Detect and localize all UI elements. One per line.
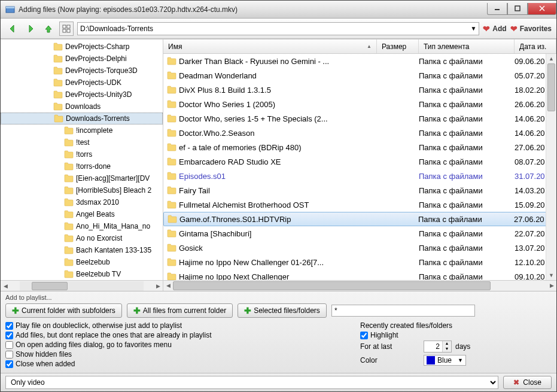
- chk-add-noreplace[interactable]: Add files, but dont replace the ones tha…: [5, 331, 360, 339]
- column-size[interactable]: Размер: [377, 39, 419, 53]
- chk-open-favorites[interactable]: On open adding files dialog, go to favor…: [5, 341, 360, 349]
- chk-play-doubleclick[interactable]: Play file on doubleclick, otherwise just…: [5, 321, 360, 330]
- tree-item[interactable]: !torrs: [1, 148, 163, 160]
- address-bar[interactable]: ▼: [77, 22, 479, 35]
- tree-item[interactable]: DevProjects-Unity3D: [1, 89, 163, 101]
- days-spinbox[interactable]: ▲▼: [424, 341, 452, 353]
- view-mode-button[interactable]: [59, 22, 74, 36]
- file-type: Папка с файлами: [419, 172, 515, 181]
- column-name[interactable]: Имя▲: [163, 39, 377, 53]
- nav-back-button[interactable]: [5, 22, 20, 36]
- add-button[interactable]: ❤ Add: [483, 24, 506, 34]
- app-icon: [5, 5, 15, 14]
- list-row[interactable]: Doctor.Who.2.SeasonПапка с файлами14.06.…: [163, 126, 556, 140]
- tree-item-label: !torrs-done: [76, 162, 111, 171]
- file-type: Папка с файлами: [419, 114, 515, 123]
- tree-item[interactable]: Ao no Exorcist: [1, 232, 163, 244]
- list-row[interactable]: Deadman WonderlandПапка с файлами05.07.2…: [163, 68, 556, 83]
- list-vscrollbar[interactable]: ▲▼: [546, 54, 556, 280]
- chk-close-when-added[interactable]: Close when added: [5, 360, 360, 368]
- days-input[interactable]: [424, 342, 442, 351]
- bottom-panel: Add to playlist... ✚Current folder with …: [1, 291, 556, 373]
- nav-forward-button[interactable]: [23, 22, 38, 36]
- chk-highlight[interactable]: Highlight: [360, 331, 552, 339]
- tree-item-label: Beelzebub: [76, 258, 110, 266]
- footer: Only video ✖Close: [1, 373, 556, 391]
- close-button[interactable]: ✖Close: [503, 376, 552, 389]
- heart-add-icon: ❤: [483, 24, 490, 34]
- list-row[interactable]: Darker Than Black - Ryuusei no Gemini - …: [163, 54, 556, 68]
- tree-item-label: [HorribleSubs] Bleach 2: [76, 186, 151, 195]
- tree-item-label: DevProjects-UDK: [65, 78, 121, 87]
- titlebar: Adding files (Now playing: episodes.s01e…: [1, 1, 556, 19]
- tree-item[interactable]: [Eien-acg][Smarter][DV: [1, 172, 163, 184]
- color-label: Color: [360, 356, 420, 364]
- close-window-button[interactable]: [528, 3, 556, 15]
- favorites-button[interactable]: ❤ Favorites: [510, 24, 552, 34]
- file-type: Папка с файлами: [418, 215, 514, 224]
- tree-item[interactable]: !incomplete: [1, 124, 163, 136]
- svg-rect-8: [63, 29, 66, 32]
- tree-item-label: Ao no Exorcist: [76, 234, 122, 242]
- chk-show-hidden[interactable]: Show hidden files: [5, 350, 360, 358]
- list-row[interactable]: Game.of.Thrones.S01.HDTVRipПапка с файла…: [163, 212, 556, 226]
- filter-select[interactable]: Only video: [5, 376, 498, 389]
- path-dropdown-icon[interactable]: ▼: [470, 25, 476, 32]
- list-row[interactable]: Embarcadero RAD Studio XEПапка с файлами…: [163, 154, 556, 169]
- list-row[interactable]: Hajime no Ippo Next ChallengerПапка с фа…: [163, 269, 556, 280]
- path-input[interactable]: [80, 25, 470, 33]
- spin-down-icon[interactable]: ▼: [443, 347, 451, 352]
- tree-hscrollbar[interactable]: ◀▶: [1, 280, 163, 291]
- tree-item[interactable]: Beelzebub: [1, 256, 163, 268]
- list-row[interactable]: Gintama [Shachiburi]Папка с файлами22.07…: [163, 226, 556, 241]
- tree-item[interactable]: !torrs-done: [1, 160, 163, 172]
- list-row[interactable]: DivX Plus 8.1 Build 1.3.1.5Папка с файла…: [163, 83, 556, 97]
- svg-rect-7: [67, 25, 70, 28]
- file-name: Doctor Who, series 1-5 + The Specials (2…: [179, 114, 328, 123]
- add-allfiles-button[interactable]: ✚All files from current folder: [127, 303, 233, 318]
- nav-up-button[interactable]: [41, 22, 56, 36]
- tree-item-label: Ano_Hi_Mita_Hana_no: [76, 222, 150, 230]
- tree-item[interactable]: Downloads: [1, 101, 163, 113]
- list-row[interactable]: GosickПапка с файлами13.07.20: [163, 241, 556, 255]
- tree-item[interactable]: !test: [1, 136, 163, 148]
- add-selected-button[interactable]: ✚Selected files/folders: [238, 303, 327, 318]
- filter-input[interactable]: [331, 305, 475, 317]
- tree-item[interactable]: [HorribleSubs] Bleach 2: [1, 184, 163, 196]
- tree-item[interactable]: DevProjects-Torque3D: [1, 65, 163, 77]
- list-row[interactable]: Fullmetal Alchemist Brotherhood OSTПапка…: [163, 197, 556, 212]
- list-row[interactable]: Doctor Who Series 1 (2005)Папка с файлам…: [163, 97, 556, 111]
- column-type[interactable]: Тип элемента: [419, 39, 515, 53]
- file-type: Папка с файлами: [419, 229, 515, 238]
- list-row[interactable]: Doctor Who, series 1-5 + The Specials (2…: [163, 111, 556, 126]
- list-row[interactable]: Hajime no Ippo New Challenger 01-26[7...…: [163, 255, 556, 269]
- column-date[interactable]: Дата из.: [515, 39, 556, 53]
- tree-item[interactable]: 3dsmax 2010: [1, 196, 163, 208]
- tree-item-label: [Eien-acg][Smarter][DV: [76, 174, 150, 183]
- list-row[interactable]: Fairy TailПапка с файлами14.03.20: [163, 183, 556, 197]
- tree-item[interactable]: DevProjects-Delphi: [1, 53, 163, 65]
- maximize-button[interactable]: [507, 3, 528, 15]
- tree-item[interactable]: DevProjects-Csharp: [1, 41, 163, 53]
- tree-item[interactable]: DevProjects-UDK: [1, 77, 163, 89]
- file-name: Gosick: [179, 244, 203, 253]
- list-row[interactable]: ef - a tale of memories (BDRip 480)Папка…: [163, 140, 556, 154]
- tree-item[interactable]: Downloads-Torrents: [1, 113, 163, 124]
- spin-up-icon[interactable]: ▲: [443, 341, 451, 347]
- file-type: Папка с файлами: [419, 157, 515, 166]
- window: Adding files (Now playing: episodes.s01e…: [0, 0, 557, 392]
- tree-item[interactable]: Angel Beats: [1, 208, 163, 220]
- color-select[interactable]: Blue ▼: [424, 355, 466, 366]
- file-type: Папка с файлами: [419, 129, 515, 138]
- tree-item[interactable]: Ano_Hi_Mita_Hana_no: [1, 220, 163, 232]
- tree-item[interactable]: Bach Kantaten 133-135: [1, 244, 163, 256]
- add-subfolders-button[interactable]: ✚Current folder with subfolders: [5, 303, 122, 318]
- svg-rect-9: [67, 29, 70, 32]
- list-row[interactable]: Episodes.s01Папка с файлами31.07.20: [163, 169, 556, 183]
- close-icon: ✖: [513, 378, 519, 387]
- file-type: Папка с файлами: [419, 100, 515, 109]
- recent-label: Recently created files/folders: [360, 321, 552, 330]
- minimize-button[interactable]: [487, 3, 507, 15]
- list-hscrollbar[interactable]: ◀▶: [163, 280, 556, 291]
- tree-item[interactable]: Beelzebub TV: [1, 268, 163, 280]
